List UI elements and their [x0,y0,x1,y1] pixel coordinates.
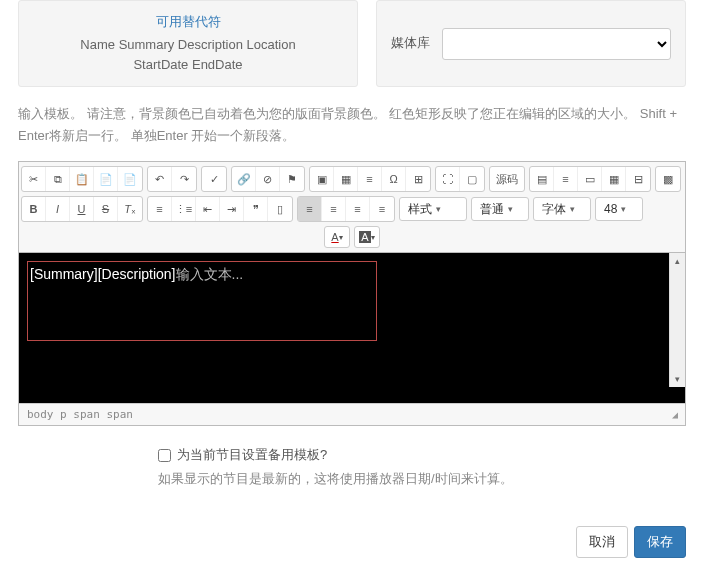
fallback-checkbox[interactable] [158,449,171,462]
paste-word-icon[interactable]: 📄 [118,167,142,191]
bullist-icon[interactable]: ⋮≡ [172,197,196,221]
snippets-title: 可用替代符 [33,13,343,31]
cut-icon[interactable]: ✂ [22,167,46,191]
maximize-icon[interactable]: ⛶ [436,167,460,191]
templates-icon[interactable]: ▤ [530,167,554,191]
media-select[interactable] [442,28,671,60]
paragraph-select[interactable]: 普通▾ [471,197,529,221]
paste-icon[interactable]: 📋 [70,167,94,191]
textcolor-button[interactable]: A ▾ [324,226,350,248]
content-placeholder: 输入文本... [176,266,244,282]
italic-button[interactable]: I [46,197,70,221]
unlink-icon[interactable]: ⊘ [256,167,280,191]
specialchar-icon[interactable]: Ω [382,167,406,191]
underline-button[interactable]: U [70,197,94,221]
strike-button[interactable]: S [94,197,118,221]
fontsize-select[interactable]: 48▾ [595,197,643,221]
resize-handle[interactable]: ◢ [672,409,677,420]
selectall-icon[interactable]: ▭ [578,167,602,191]
link-icon[interactable]: 🔗 [232,167,256,191]
undo-icon[interactable]: ↶ [148,167,172,191]
content-description: [Description] [98,266,176,282]
font-select[interactable]: 字体▾ [533,197,591,221]
replace-icon[interactable]: ⊟ [626,167,650,191]
paste-text-icon[interactable]: 📄 [94,167,118,191]
chevron-down-icon: ▾ [570,204,575,214]
alignright-icon[interactable]: ≡ [346,197,370,221]
chevron-down-icon: ▾ [436,204,441,214]
bgcolor-button[interactable]: A ▾ [354,226,380,248]
fallback-checkbox-row[interactable]: 为当前节目设置备用模板? [158,446,686,464]
fallback-desc: 如果显示的节目是最新的，这将使用播放器日期/时间来计算。 [158,470,686,488]
snippets-panel: 可用替代符 Name Summary Description Location … [18,0,358,87]
about-icon[interactable]: ▩ [656,167,680,191]
outdent-icon[interactable]: ⇤ [196,197,220,221]
styles-select[interactable]: 样式▾ [399,197,467,221]
hr-icon[interactable]: ≡ [358,167,382,191]
copy-icon[interactable]: ⧉ [46,167,70,191]
aligncenter-icon[interactable]: ≡ [322,197,346,221]
iframe-icon[interactable]: ⊞ [406,167,430,191]
alignjustify-icon[interactable]: ≡ [370,197,394,221]
pagebreak-icon[interactable]: ≡ [554,167,578,191]
region-outline: [Summary][Description]输入文本... [27,261,377,341]
editor-content[interactable]: [Summary][Description]输入文本... [19,253,685,403]
blockquote-icon[interactable]: ❞ [244,197,268,221]
media-label: 媒体库 [391,35,430,52]
indent-icon[interactable]: ⇥ [220,197,244,221]
table-icon[interactable]: ▦ [334,167,358,191]
chevron-down-icon: ▾ [508,204,513,214]
bold-button[interactable]: B [22,197,46,221]
alignleft-icon[interactable]: ≡ [298,197,322,221]
chevron-down-icon: ▾ [621,204,626,214]
vertical-scrollbar[interactable]: ▴ ▾ [669,253,685,387]
editor-toolbar: ✂ ⧉ 📋 📄 📄 ↶ ↷ ✓ 🔗 ⊘ ⚑ [19,162,685,253]
showblocks-icon[interactable]: ▢ [460,167,484,191]
div-icon[interactable]: ▯ [268,197,292,221]
anchor-icon[interactable]: ⚑ [280,167,304,191]
snippets-line2: StartDate EndDate [33,55,343,75]
find-icon[interactable]: ▦ [602,167,626,191]
editor: ✂ ⧉ 📋 📄 📄 ↶ ↷ ✓ 🔗 ⊘ ⚑ [18,161,686,426]
element-path[interactable]: body p span span [27,408,133,421]
fallback-label: 为当前节目设置备用模板? [177,446,327,464]
editor-statusbar: body p span span ◢ [19,403,685,425]
scroll-down-icon[interactable]: ▾ [670,371,685,387]
spellcheck-icon[interactable]: ✓ [202,167,226,191]
content-summary: [Summary] [30,266,98,282]
scroll-up-icon[interactable]: ▴ [670,253,685,269]
redo-icon[interactable]: ↷ [172,167,196,191]
snippets-line1: Name Summary Description Location [33,35,343,55]
media-panel: 媒体库 [376,0,686,87]
removeformat-icon[interactable]: Tₓ [118,197,142,221]
help-text: 输入模板。 请注意，背景颜色已自动着色为您的版面背景颜色。 红色矩形反映了您正在… [18,103,686,147]
image-icon[interactable]: ▣ [310,167,334,191]
source-button[interactable]: 源码 [490,167,524,191]
numlist-icon[interactable]: ≡ [148,197,172,221]
